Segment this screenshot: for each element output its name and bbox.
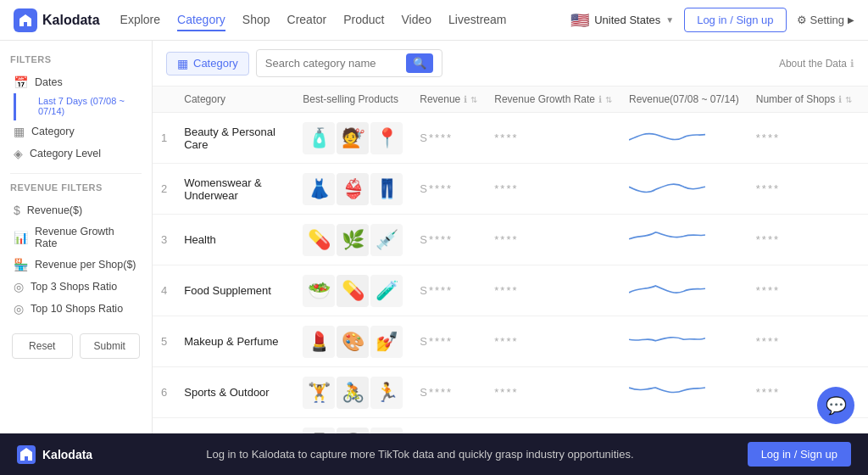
- product-images-cell: 💄 🎨 💅: [294, 316, 411, 367]
- toolbar-left: ▦ Category 🔍: [166, 49, 442, 77]
- product-img-1: 👗: [303, 173, 335, 205]
- sidebar-revenue-per-shop[interactable]: 🏪 Revenue per Shop($): [10, 254, 142, 276]
- th-products: Best-selling Products: [294, 87, 411, 113]
- product-img-2: 👙: [337, 173, 369, 205]
- table-body: 1 Beauty & Personal Care 🧴 💇 📍 S**** ***…: [153, 113, 868, 476]
- product-images: 🏋 🚴 🏃: [303, 377, 403, 409]
- submit-button[interactable]: Submit: [80, 333, 141, 359]
- revenue-value: S****: [411, 316, 486, 367]
- category-name: Food Supplement: [175, 265, 294, 316]
- row-number: 1: [153, 113, 175, 164]
- product-img-1: 💄: [303, 326, 335, 358]
- category-name: Womenswear & Underwear: [175, 164, 294, 215]
- shops-value: ****: [748, 265, 860, 316]
- top3-icon: ◎: [14, 280, 24, 293]
- growth-value: ****: [486, 215, 620, 265]
- layout: Filters 📅 Dates Last 7 Days (07/08 ~ 07/…: [0, 41, 868, 475]
- banner-logo-text: Kalodata: [42, 448, 92, 461]
- nav-product[interactable]: Product: [343, 9, 384, 31]
- extra-value: S*: [860, 164, 868, 215]
- revenue-filters-label: Revenue Filters: [10, 182, 142, 193]
- product-img-2: 🌿: [337, 224, 369, 256]
- reset-button[interactable]: Reset: [12, 333, 73, 359]
- product-img-3: 👖: [370, 173, 403, 205]
- calendar-icon: 📅: [14, 75, 28, 89]
- mini-chart: [629, 323, 705, 357]
- category-name: Beauty & Personal Care: [175, 113, 294, 164]
- product-img-2: 💇: [337, 122, 369, 154]
- row-number: 6: [153, 367, 175, 418]
- product-images: 🧴 💇 📍: [303, 122, 403, 154]
- header-right: 🇺🇸 United States ▼ Log in / Sign up ⚙ Se…: [570, 8, 854, 32]
- sidebar-top3-shops[interactable]: ◎ Top 3 Shops Ratio: [10, 276, 142, 298]
- login-button[interactable]: Log in / Sign up: [684, 8, 786, 32]
- shops-sort-icon[interactable]: ⇅: [845, 95, 852, 104]
- search-icon: 🔍: [413, 57, 426, 70]
- shop-icon: 🏪: [14, 258, 28, 271]
- chat-icon: 💬: [826, 395, 847, 416]
- product-img-1: 🥗: [303, 275, 335, 307]
- top10-icon: ◎: [14, 302, 24, 316]
- info-icon: ℹ: [850, 58, 854, 70]
- sidebar-revenue[interactable]: $ Revenue($): [10, 199, 142, 221]
- search-input[interactable]: [265, 57, 401, 70]
- table-row: 5 Makeup & Perfume 💄 🎨 💅 S**** **** ****…: [153, 316, 868, 367]
- sidebar-top10-shops[interactable]: ◎ Top 10 Shops Ratio: [10, 298, 142, 320]
- th-num: [153, 87, 175, 113]
- product-images-cell: 👗 👙 👖: [294, 164, 411, 215]
- about-data[interactable]: About the Data ℹ: [779, 58, 854, 70]
- table-header: Category Best-selling Products Revenueℹ⇅…: [153, 87, 868, 113]
- search-button[interactable]: 🔍: [406, 53, 433, 73]
- settings-button[interactable]: ⚙ Setting ▶: [797, 14, 854, 26]
- logo[interactable]: Kalodata: [14, 8, 100, 32]
- category-tab[interactable]: ▦ Category: [166, 52, 249, 75]
- sidebar-revenue-growth[interactable]: 📊 Revenue Growth Rate: [10, 221, 142, 254]
- product-images: 👗 👙 👖: [303, 173, 403, 205]
- nav-video[interactable]: Video: [402, 9, 432, 31]
- grid-icon: ▦: [177, 57, 188, 70]
- chart-cell: [620, 164, 748, 215]
- th-growth: Revenue Growth Rateℹ⇅: [486, 87, 620, 113]
- th-revenue-range: Revenue(07/08 ~ 07/14): [620, 87, 748, 113]
- sidebar-dates[interactable]: 📅 Dates: [10, 71, 142, 93]
- row-number: 4: [153, 265, 175, 316]
- country-selector[interactable]: 🇺🇸 United States ▼: [570, 11, 674, 30]
- extra-value: S*: [860, 265, 868, 316]
- product-img-2: 🚴: [337, 377, 369, 409]
- th-category: Category: [175, 87, 294, 113]
- chat-button[interactable]: 💬: [817, 387, 854, 424]
- country-name: United States: [594, 14, 660, 26]
- growth-info-icon[interactable]: ℹ: [598, 94, 602, 105]
- level-icon: ◈: [14, 147, 23, 160]
- mini-chart: [629, 120, 705, 154]
- sidebar-category[interactable]: ▦ Category: [10, 120, 142, 142]
- nav-shop[interactable]: Shop: [242, 9, 270, 31]
- product-img-1: 🧴: [303, 122, 335, 154]
- sidebar-category-level[interactable]: ◈ Category Level: [10, 142, 142, 165]
- bottom-banner: Kalodata Log in to Kalodata to capture m…: [0, 433, 868, 475]
- revenue-info-icon[interactable]: ℹ: [464, 94, 467, 105]
- product-img-3: 🧪: [370, 275, 403, 307]
- extra-value: S*: [860, 215, 868, 265]
- nav-category[interactable]: Category: [177, 9, 225, 31]
- th-revenue: Revenueℹ⇅: [411, 87, 486, 113]
- row-number: 2: [153, 164, 175, 215]
- sidebar-actions: Reset Submit: [10, 333, 142, 359]
- chart-cell: [620, 215, 748, 265]
- shops-info-icon[interactable]: ℹ: [838, 94, 842, 105]
- banner-message: Log in to Kalodata to capture more TikTo…: [206, 448, 633, 461]
- table-row: 2 Womenswear & Underwear 👗 👙 👖 S**** ***…: [153, 164, 868, 215]
- logo-text: Kalodata: [42, 13, 100, 28]
- revenue-sort-icon[interactable]: ⇅: [470, 95, 477, 104]
- chart-cell: [620, 265, 748, 316]
- growth-sort-icon[interactable]: ⇅: [605, 95, 612, 104]
- nav-livestream[interactable]: Livestream: [448, 9, 506, 31]
- category-table: Category Best-selling Products Revenueℹ⇅…: [153, 87, 868, 475]
- banner-logo-icon: [17, 445, 36, 464]
- main-nav: Explore Category Shop Creator Product Vi…: [120, 9, 551, 31]
- nav-explore[interactable]: Explore: [120, 9, 160, 31]
- product-img-3: 📍: [370, 122, 403, 154]
- mini-chart: [629, 170, 705, 204]
- nav-creator[interactable]: Creator: [287, 9, 327, 31]
- banner-login-button[interactable]: Log in / Sign up: [748, 442, 851, 467]
